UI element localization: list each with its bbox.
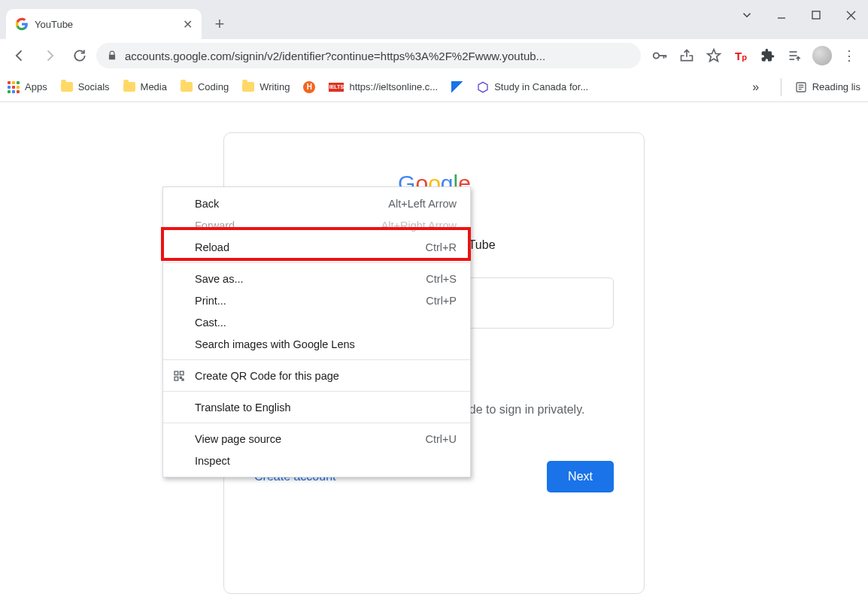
reading-list-button[interactable]: Reading lis [795, 81, 860, 93]
ctx-forward[interactable]: ForwardAlt+Right Arrow [163, 214, 470, 236]
menu-separator [163, 423, 470, 423]
apps-grid-icon [8, 81, 20, 93]
tab-search-chevron[interactable] [730, 0, 764, 30]
bookmark-item[interactable]: IELTShttps://ieltsonline.c... [329, 81, 438, 92]
apps-label: Apps [25, 81, 47, 92]
ctx-qr-code[interactable]: Create QR Code for this page [163, 365, 470, 386]
separator [781, 78, 782, 96]
profile-avatar[interactable] [809, 42, 835, 69]
svg-rect-22 [182, 379, 184, 380]
reload-button[interactable] [66, 42, 93, 69]
bookmark-overflow[interactable]: » [745, 80, 767, 94]
ctx-translate[interactable]: Translate to English [163, 396, 470, 418]
context-menu: BackAlt+Left Arrow ForwardAlt+Right Arro… [162, 186, 471, 477]
ctx-save-as[interactable]: Save as...Ctrl+S [163, 268, 470, 289]
bookmark-item[interactable]: Study in Canada for... [477, 81, 588, 93]
ctx-cast[interactable]: Cast... [163, 311, 470, 333]
svg-rect-1 [812, 11, 820, 19]
svg-point-4 [654, 53, 659, 58]
svg-rect-20 [175, 377, 178, 380]
ctx-print[interactable]: Print...Ctrl+P [163, 289, 470, 311]
ctx-back[interactable]: BackAlt+Left Arrow [163, 192, 470, 214]
svg-rect-19 [180, 371, 184, 375]
ctx-view-source[interactable]: View page sourceCtrl+U [163, 428, 470, 450]
google-favicon [15, 17, 29, 31]
svg-rect-18 [175, 371, 178, 375]
apps-shortcut[interactable]: Apps [8, 81, 47, 93]
window-close[interactable] [833, 0, 868, 30]
bookmark-star-icon[interactable] [701, 42, 727, 69]
chrome-menu-button[interactable]: ⋮ [836, 42, 862, 69]
svg-marker-13 [478, 82, 487, 92]
svg-rect-21 [180, 377, 181, 378]
media-control-icon[interactable] [782, 42, 808, 69]
bookmarks-bar: Apps Socials Media Coding Writing H IELT… [0, 72, 868, 102]
bookmark-folder[interactable]: Socials [61, 81, 110, 92]
share-icon[interactable] [674, 42, 700, 69]
bookmark-item[interactable] [451, 81, 463, 93]
password-key-icon[interactable] [647, 42, 672, 69]
folder-icon [242, 82, 254, 92]
bookmark-folder[interactable]: Coding [181, 81, 229, 92]
new-tab-button[interactable]: + [209, 14, 230, 35]
back-button[interactable] [6, 42, 33, 69]
menu-separator [163, 359, 470, 360]
folder-icon [123, 82, 135, 92]
lock-icon [107, 50, 117, 61]
bookmark-folder[interactable]: Media [123, 81, 167, 92]
ielts-icon: IELTS [329, 83, 344, 92]
tab-strip: YouTube ✕ + [0, 0, 868, 39]
window-minimize[interactable] [764, 0, 799, 30]
svg-marker-9 [708, 50, 721, 62]
bluebox-icon [451, 81, 463, 93]
folder-icon [181, 82, 193, 92]
bookmark-item[interactable]: H [303, 81, 315, 93]
url-text: accounts.google.com/signin/v2/identifier… [125, 50, 630, 62]
address-bar[interactable]: accounts.google.com/signin/v2/identifier… [96, 43, 641, 68]
ctx-search-lens[interactable]: Search images with Google Lens [163, 333, 470, 355]
extension-tp-icon[interactable]: Tp [728, 42, 754, 69]
h-icon: H [303, 81, 315, 93]
folder-icon [61, 82, 73, 92]
tab-close-button[interactable]: ✕ [183, 17, 193, 32]
qr-icon [172, 369, 186, 383]
browser-tab[interactable]: YouTube ✕ [6, 9, 202, 39]
bookmark-folder[interactable]: Writing [242, 81, 290, 92]
toolbar: accounts.google.com/signin/v2/identifier… [0, 39, 868, 72]
tab-title: YouTube [35, 19, 177, 30]
forward-button[interactable] [36, 42, 63, 69]
ctx-inspect[interactable]: Inspect [163, 450, 470, 471]
extensions-puzzle-icon[interactable] [755, 42, 781, 69]
hex-icon [477, 81, 489, 93]
menu-separator [163, 262, 470, 263]
window-maximize[interactable] [799, 0, 833, 30]
next-button[interactable]: Next [547, 461, 614, 492]
menu-separator [163, 391, 470, 392]
ctx-reload[interactable]: ReloadCtrl+R [163, 236, 470, 258]
